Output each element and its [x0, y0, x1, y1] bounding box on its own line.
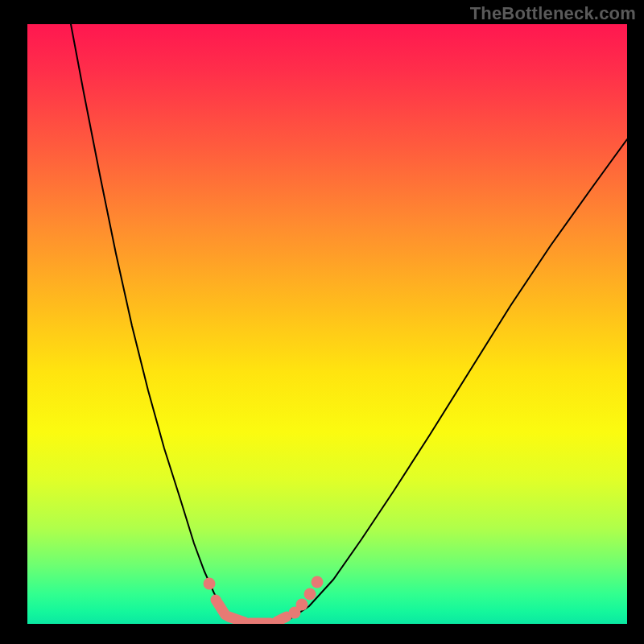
curve-marker-bar — [229, 617, 245, 622]
watermark-text: TheBottleneck.com — [470, 3, 636, 24]
curve-marker — [304, 588, 316, 601]
curve-marker — [312, 576, 324, 588]
bottleneck-curve — [71, 24, 627, 623]
curve-marker-bar — [216, 600, 225, 615]
curve-marker-bar — [277, 617, 287, 621]
plot-overlay — [27, 24, 627, 624]
curve-marker — [296, 599, 308, 611]
curve-marker — [204, 578, 216, 590]
chart-frame: TheBottleneck.com — [0, 0, 644, 644]
